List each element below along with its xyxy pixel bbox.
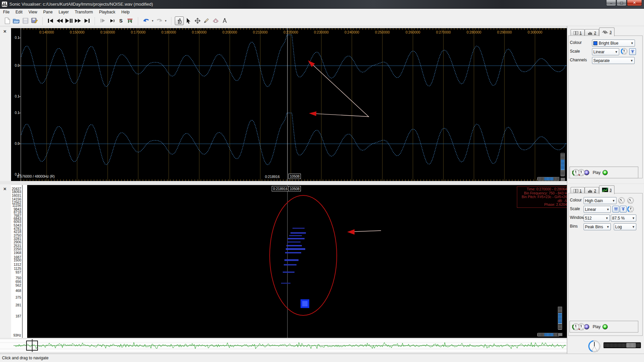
redo-dropdown[interactable]: ▾	[164, 16, 168, 25]
align-button[interactable]	[125, 16, 135, 25]
save-button[interactable]	[21, 16, 30, 25]
new-file-icon	[4, 17, 10, 24]
play-selection-icon	[100, 18, 106, 23]
menu-view[interactable]: View	[25, 9, 40, 15]
rewind-to-start-button[interactable]	[46, 16, 55, 25]
toolbar: S ▾ ▾	[0, 15, 644, 26]
erase-tool-button[interactable]	[211, 16, 220, 25]
close-button[interactable]: ✕	[627, 0, 642, 6]
menu-layer[interactable]: Layer	[56, 9, 72, 15]
spec-bins-select[interactable]: Peak Bins▼	[584, 223, 611, 230]
time-ruler-label: 0:180000	[161, 30, 176, 34]
spectrogram-thumbnail-icon	[602, 188, 608, 192]
play-selection-button[interactable]	[98, 16, 107, 25]
waveform-pane[interactable]: 0:1400000:1500000:1600000:1700000:180000…	[11, 28, 567, 181]
rewind-button[interactable]	[55, 16, 64, 25]
normalize-visible-button[interactable]	[629, 48, 636, 55]
pane1-vertical-zoom-wheel[interactable]	[560, 153, 565, 176]
overview-waveform	[0, 339, 567, 352]
rewind-icon	[56, 18, 63, 23]
navigate-tool-button[interactable]	[175, 16, 184, 25]
menu-playback[interactable]: Playback	[96, 9, 118, 15]
spec-scale-select[interactable]: Linear▼	[584, 206, 611, 213]
wave-gain-knob[interactable]	[621, 48, 628, 55]
redo-icon	[156, 18, 163, 23]
spec-bin-scale-select[interactable]: Log▼	[614, 223, 636, 230]
playback-level-fader[interactable]	[603, 342, 641, 348]
pane1-cursor-frame: 10508	[288, 174, 301, 179]
pane1-tab-1[interactable]: 1	[571, 29, 585, 36]
title-bar[interactable]: Sonic Visualiser: c:/Users/KurtAllDay/lm…	[0, 0, 644, 9]
spec-threshold-knob[interactable]	[627, 197, 634, 204]
play-pause-button[interactable]	[64, 16, 73, 25]
frequency-label: 937	[11, 270, 21, 274]
waveform-canvas[interactable]	[11, 28, 567, 181]
spec-window-select[interactable]: 512▼	[584, 215, 610, 222]
pane1-tab-2[interactable]: 2	[585, 29, 599, 36]
chevron-down-icon: ▼	[615, 50, 618, 54]
undo-dropdown[interactable]: ▾	[151, 16, 155, 25]
spec-play-toggle[interactable]	[602, 324, 608, 329]
pane2-vertical-zoom-wheel[interactable]	[558, 306, 562, 330]
menu-file[interactable]: File	[0, 9, 12, 15]
fast-forward-to-end-button[interactable]	[82, 16, 91, 25]
pane2-tab-3[interactable]: 3	[599, 185, 614, 194]
spec-overlap-select[interactable]: 87.5 %▼	[611, 215, 636, 222]
pane1-zoom-corner[interactable]	[560, 178, 565, 181]
measure-tool-button[interactable]	[220, 16, 229, 25]
frequency-label: 1125	[11, 267, 21, 270]
chevron-down-icon: ▼	[632, 225, 635, 229]
solo-button[interactable]: S	[116, 16, 125, 25]
wave-channels-select[interactable]: Separate▼	[592, 57, 635, 64]
spec-colour-rotation-knob[interactable]	[627, 205, 634, 213]
overview-navigator[interactable]	[0, 339, 567, 352]
wave-colour-select[interactable]: Bright Blue▼	[592, 40, 635, 47]
frequency-label: 16031	[11, 194, 21, 197]
frequency-axis: 2043718093160311415612562111569843871876…	[11, 185, 28, 338]
spectrogram-info-box: Time: 0:270000 - 0:280645Bin Frequency: …	[517, 186, 571, 208]
pane2-close-icon[interactable]: ✕	[2, 186, 7, 191]
loop-button[interactable]	[107, 16, 116, 25]
playback-speed-knob[interactable]	[588, 340, 601, 353]
frequency-label: 468	[11, 289, 21, 293]
menu-pane[interactable]: Pane	[40, 9, 56, 15]
frequency-label: 2906	[11, 240, 21, 244]
play-label: Play	[593, 324, 600, 329]
pane1-horizontal-zoom-wheel[interactable]	[537, 177, 559, 181]
export-icon	[31, 17, 38, 24]
new-file-button[interactable]	[3, 16, 12, 25]
menu-edit[interactable]: Edit	[12, 9, 25, 15]
wave-play-toggle[interactable]	[602, 170, 608, 175]
spectrogram-pane[interactable]: 0:218916 10508	[11, 185, 567, 338]
fast-forward-button[interactable]	[73, 16, 82, 25]
redo-button[interactable]	[155, 16, 164, 25]
maximize-button[interactable]: ▢	[616, 0, 627, 6]
spec-gain-knob[interactable]	[618, 197, 625, 204]
select-tool-button[interactable]	[184, 16, 193, 25]
spec-colour-select[interactable]: High Gain▼	[584, 197, 616, 204]
pencil-icon	[204, 18, 209, 23]
draw-tool-button[interactable]	[202, 16, 211, 25]
align-icon	[127, 18, 133, 23]
pane2-horizontal-zoom-wheel[interactable]	[537, 333, 559, 337]
menu-bar: File Edit View Pane Layer Transform Play…	[0, 9, 644, 15]
menu-transform[interactable]: Transform	[72, 9, 96, 15]
pane1-close-icon[interactable]: ✕	[2, 29, 7, 34]
time-ruler-label: 0:260000	[406, 30, 420, 34]
pane2-zoom-corner[interactable]	[558, 333, 562, 336]
wave-scale-select[interactable]: Linear▼	[592, 48, 619, 55]
status-text: Click and drag to navigate	[2, 356, 49, 360]
undo-button[interactable]	[142, 16, 151, 25]
menu-help[interactable]: Help	[118, 9, 133, 15]
spec-playback-pan-knob[interactable]	[572, 323, 580, 331]
open-file-button[interactable]	[12, 16, 21, 25]
pane1-strip: ✕	[0, 27, 11, 181]
export-button[interactable]	[30, 16, 39, 25]
normalize-visible-button[interactable]	[620, 206, 627, 213]
spectrogram-canvas[interactable]	[11, 185, 567, 338]
wave-playback-pan-knob[interactable]	[572, 169, 580, 177]
edit-tool-button[interactable]	[193, 16, 202, 25]
normalize-columns-button[interactable]	[612, 206, 619, 213]
minimize-button[interactable]: –	[606, 0, 616, 6]
pane1-tab-3[interactable]: 3	[599, 27, 614, 36]
